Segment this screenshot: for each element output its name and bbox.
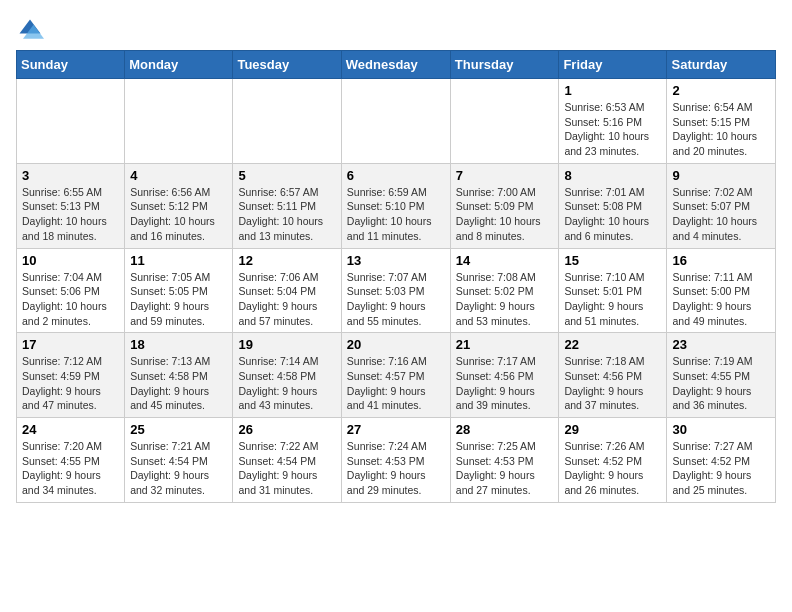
day-info: Sunrise: 6:57 AM Sunset: 5:11 PM Dayligh…: [238, 185, 335, 244]
day-number: 20: [347, 337, 445, 352]
day-info: Sunrise: 7:25 AM Sunset: 4:53 PM Dayligh…: [456, 439, 554, 498]
day-info: Sunrise: 7:07 AM Sunset: 5:03 PM Dayligh…: [347, 270, 445, 329]
calendar-cell: 24Sunrise: 7:20 AM Sunset: 4:55 PM Dayli…: [17, 418, 125, 503]
day-number: 11: [130, 253, 227, 268]
day-info: Sunrise: 7:04 AM Sunset: 5:06 PM Dayligh…: [22, 270, 119, 329]
calendar-cell: 13Sunrise: 7:07 AM Sunset: 5:03 PM Dayli…: [341, 248, 450, 333]
col-header-friday: Friday: [559, 51, 667, 79]
day-info: Sunrise: 7:17 AM Sunset: 4:56 PM Dayligh…: [456, 354, 554, 413]
day-info: Sunrise: 7:19 AM Sunset: 4:55 PM Dayligh…: [672, 354, 770, 413]
day-info: Sunrise: 7:24 AM Sunset: 4:53 PM Dayligh…: [347, 439, 445, 498]
col-header-thursday: Thursday: [450, 51, 559, 79]
calendar-cell: 7Sunrise: 7:00 AM Sunset: 5:09 PM Daylig…: [450, 163, 559, 248]
day-number: 12: [238, 253, 335, 268]
day-info: Sunrise: 7:26 AM Sunset: 4:52 PM Dayligh…: [564, 439, 661, 498]
calendar-cell: 6Sunrise: 6:59 AM Sunset: 5:10 PM Daylig…: [341, 163, 450, 248]
day-number: 23: [672, 337, 770, 352]
calendar-week-1: 1Sunrise: 6:53 AM Sunset: 5:16 PM Daylig…: [17, 79, 776, 164]
day-info: Sunrise: 6:53 AM Sunset: 5:16 PM Dayligh…: [564, 100, 661, 159]
calendar-table: SundayMondayTuesdayWednesdayThursdayFrid…: [16, 50, 776, 503]
calendar-week-3: 10Sunrise: 7:04 AM Sunset: 5:06 PM Dayli…: [17, 248, 776, 333]
day-info: Sunrise: 7:05 AM Sunset: 5:05 PM Dayligh…: [130, 270, 227, 329]
day-number: 10: [22, 253, 119, 268]
calendar-cell: 16Sunrise: 7:11 AM Sunset: 5:00 PM Dayli…: [667, 248, 776, 333]
day-number: 26: [238, 422, 335, 437]
day-number: 18: [130, 337, 227, 352]
day-number: 30: [672, 422, 770, 437]
day-number: 8: [564, 168, 661, 183]
calendar-cell: 1Sunrise: 6:53 AM Sunset: 5:16 PM Daylig…: [559, 79, 667, 164]
day-info: Sunrise: 7:16 AM Sunset: 4:57 PM Dayligh…: [347, 354, 445, 413]
day-info: Sunrise: 7:11 AM Sunset: 5:00 PM Dayligh…: [672, 270, 770, 329]
calendar-week-2: 3Sunrise: 6:55 AM Sunset: 5:13 PM Daylig…: [17, 163, 776, 248]
col-header-wednesday: Wednesday: [341, 51, 450, 79]
calendar-cell: 18Sunrise: 7:13 AM Sunset: 4:58 PM Dayli…: [125, 333, 233, 418]
day-info: Sunrise: 7:18 AM Sunset: 4:56 PM Dayligh…: [564, 354, 661, 413]
calendar-cell: [341, 79, 450, 164]
calendar-cell: 12Sunrise: 7:06 AM Sunset: 5:04 PM Dayli…: [233, 248, 341, 333]
page-header: [16, 16, 776, 44]
col-header-tuesday: Tuesday: [233, 51, 341, 79]
calendar-cell: 28Sunrise: 7:25 AM Sunset: 4:53 PM Dayli…: [450, 418, 559, 503]
calendar-cell: 4Sunrise: 6:56 AM Sunset: 5:12 PM Daylig…: [125, 163, 233, 248]
day-info: Sunrise: 7:02 AM Sunset: 5:07 PM Dayligh…: [672, 185, 770, 244]
day-number: 21: [456, 337, 554, 352]
day-number: 22: [564, 337, 661, 352]
day-number: 9: [672, 168, 770, 183]
calendar-cell: 14Sunrise: 7:08 AM Sunset: 5:02 PM Dayli…: [450, 248, 559, 333]
day-number: 17: [22, 337, 119, 352]
calendar-cell: 11Sunrise: 7:05 AM Sunset: 5:05 PM Dayli…: [125, 248, 233, 333]
calendar-cell: 9Sunrise: 7:02 AM Sunset: 5:07 PM Daylig…: [667, 163, 776, 248]
day-number: 4: [130, 168, 227, 183]
calendar-cell: [17, 79, 125, 164]
day-number: 27: [347, 422, 445, 437]
day-number: 28: [456, 422, 554, 437]
calendar-cell: 15Sunrise: 7:10 AM Sunset: 5:01 PM Dayli…: [559, 248, 667, 333]
calendar-cell: 29Sunrise: 7:26 AM Sunset: 4:52 PM Dayli…: [559, 418, 667, 503]
day-info: Sunrise: 7:14 AM Sunset: 4:58 PM Dayligh…: [238, 354, 335, 413]
day-info: Sunrise: 6:59 AM Sunset: 5:10 PM Dayligh…: [347, 185, 445, 244]
col-header-saturday: Saturday: [667, 51, 776, 79]
day-info: Sunrise: 7:00 AM Sunset: 5:09 PM Dayligh…: [456, 185, 554, 244]
day-number: 15: [564, 253, 661, 268]
calendar-cell: 2Sunrise: 6:54 AM Sunset: 5:15 PM Daylig…: [667, 79, 776, 164]
logo: [16, 16, 48, 44]
day-info: Sunrise: 6:54 AM Sunset: 5:15 PM Dayligh…: [672, 100, 770, 159]
calendar-cell: 25Sunrise: 7:21 AM Sunset: 4:54 PM Dayli…: [125, 418, 233, 503]
col-header-monday: Monday: [125, 51, 233, 79]
day-info: Sunrise: 7:10 AM Sunset: 5:01 PM Dayligh…: [564, 270, 661, 329]
calendar-cell: 30Sunrise: 7:27 AM Sunset: 4:52 PM Dayli…: [667, 418, 776, 503]
day-info: Sunrise: 6:55 AM Sunset: 5:13 PM Dayligh…: [22, 185, 119, 244]
calendar-week-5: 24Sunrise: 7:20 AM Sunset: 4:55 PM Dayli…: [17, 418, 776, 503]
calendar-cell: 3Sunrise: 6:55 AM Sunset: 5:13 PM Daylig…: [17, 163, 125, 248]
day-number: 13: [347, 253, 445, 268]
day-info: Sunrise: 7:08 AM Sunset: 5:02 PM Dayligh…: [456, 270, 554, 329]
day-number: 3: [22, 168, 119, 183]
calendar-cell: [233, 79, 341, 164]
day-info: Sunrise: 7:20 AM Sunset: 4:55 PM Dayligh…: [22, 439, 119, 498]
calendar-cell: 5Sunrise: 6:57 AM Sunset: 5:11 PM Daylig…: [233, 163, 341, 248]
calendar-cell: 19Sunrise: 7:14 AM Sunset: 4:58 PM Dayli…: [233, 333, 341, 418]
day-info: Sunrise: 6:56 AM Sunset: 5:12 PM Dayligh…: [130, 185, 227, 244]
calendar-cell: [450, 79, 559, 164]
day-number: 5: [238, 168, 335, 183]
calendar-cell: 22Sunrise: 7:18 AM Sunset: 4:56 PM Dayli…: [559, 333, 667, 418]
day-number: 6: [347, 168, 445, 183]
day-number: 16: [672, 253, 770, 268]
day-number: 25: [130, 422, 227, 437]
calendar-header-row: SundayMondayTuesdayWednesdayThursdayFrid…: [17, 51, 776, 79]
day-info: Sunrise: 7:13 AM Sunset: 4:58 PM Dayligh…: [130, 354, 227, 413]
day-number: 14: [456, 253, 554, 268]
day-info: Sunrise: 7:22 AM Sunset: 4:54 PM Dayligh…: [238, 439, 335, 498]
calendar-cell: 10Sunrise: 7:04 AM Sunset: 5:06 PM Dayli…: [17, 248, 125, 333]
calendar-cell: 8Sunrise: 7:01 AM Sunset: 5:08 PM Daylig…: [559, 163, 667, 248]
day-number: 2: [672, 83, 770, 98]
calendar-cell: 20Sunrise: 7:16 AM Sunset: 4:57 PM Dayli…: [341, 333, 450, 418]
calendar-cell: 23Sunrise: 7:19 AM Sunset: 4:55 PM Dayli…: [667, 333, 776, 418]
day-info: Sunrise: 7:27 AM Sunset: 4:52 PM Dayligh…: [672, 439, 770, 498]
day-number: 19: [238, 337, 335, 352]
col-header-sunday: Sunday: [17, 51, 125, 79]
day-info: Sunrise: 7:06 AM Sunset: 5:04 PM Dayligh…: [238, 270, 335, 329]
calendar-cell: 21Sunrise: 7:17 AM Sunset: 4:56 PM Dayli…: [450, 333, 559, 418]
day-number: 1: [564, 83, 661, 98]
